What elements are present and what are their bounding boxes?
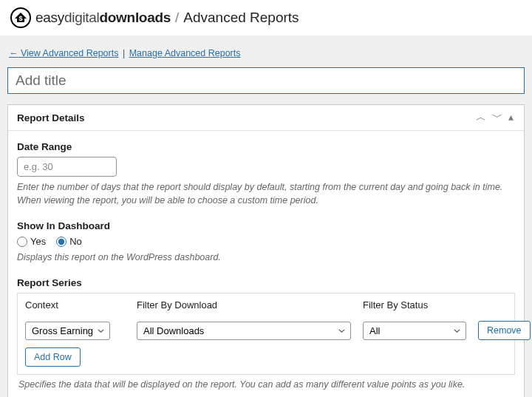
report-title-input[interactable]	[7, 67, 525, 94]
nav-separator: |	[123, 48, 125, 58]
date-range-desc: Enter the number of days that the report…	[17, 180, 515, 207]
download-select[interactable]: All Downloads	[137, 322, 351, 340]
show-dashboard-radios: Yes No	[17, 236, 515, 247]
report-series-field: Report Series Context Filter By Download…	[17, 277, 515, 390]
panel-up-icon[interactable]: ︿	[474, 111, 488, 124]
date-range-input[interactable]	[17, 157, 117, 177]
col-context: Context	[25, 299, 125, 311]
brand-name: easydigitaldownloads	[35, 10, 171, 26]
radio-yes[interactable]: Yes	[17, 236, 46, 247]
series-box: Context Filter By Download Filter By Sta…	[17, 293, 515, 375]
context-select[interactable]: Gross Earnings	[25, 322, 110, 340]
show-dashboard-label: Show In Dashboard	[17, 220, 515, 231]
panel-collapse-icon[interactable]: ▴	[507, 111, 515, 124]
panel-down-icon[interactable]: ﹀	[491, 111, 504, 124]
nav-links: ← View Advanced Reports | Manage Advance…	[7, 48, 525, 67]
main-content: ← View Advanced Reports | Manage Advance…	[0, 36, 532, 397]
panel-toggles: ︿ ﹀ ▴	[474, 111, 515, 124]
radio-no-label: No	[69, 236, 82, 247]
add-row-button[interactable]: Add Row	[25, 347, 81, 367]
date-range-field: Date Range Enter the number of days that…	[17, 141, 515, 207]
report-details-panel: Report Details ︿ ﹀ ▴ Date Range Enter th…	[7, 104, 525, 397]
series-desc: Specifies the data that will be displaye…	[17, 379, 515, 390]
show-dashboard-desc: Displays this report on the WordPress da…	[17, 251, 515, 264]
report-series-label: Report Series	[17, 277, 515, 288]
panel-body: Date Range Enter the number of days that…	[8, 131, 524, 397]
series-header-row: Context Filter By Download Filter By Sta…	[18, 293, 514, 316]
radio-no[interactable]: No	[56, 236, 82, 247]
remove-button[interactable]: Remove	[478, 321, 531, 340]
status-select[interactable]: All	[363, 322, 466, 340]
date-range-label: Date Range	[17, 141, 515, 152]
app-header: $ easydigitaldownloads / Advanced Report…	[0, 0, 532, 36]
panel-heading: Report Details	[17, 112, 85, 123]
radio-no-input[interactable]	[56, 237, 66, 247]
radio-yes-label: Yes	[30, 236, 46, 247]
svg-text:$: $	[18, 15, 22, 22]
col-status: Filter By Status	[363, 299, 466, 311]
panel-header: Report Details ︿ ﹀ ▴	[8, 105, 524, 131]
show-dashboard-field: Show In Dashboard Yes No Displays this r…	[17, 220, 515, 264]
radio-yes-input[interactable]	[17, 237, 27, 247]
brand-separator: /	[175, 10, 179, 26]
series-footer: Add Row	[18, 347, 514, 374]
brand-logo: $	[10, 7, 31, 28]
series-row: Gross Earnings All Downloads All Remove	[18, 316, 514, 347]
back-link[interactable]: ← View Advanced Reports	[9, 48, 118, 58]
page-title: Advanced Reports	[183, 10, 299, 26]
col-download: Filter By Download	[137, 299, 351, 311]
manage-link[interactable]: Manage Advanced Reports	[129, 48, 241, 58]
